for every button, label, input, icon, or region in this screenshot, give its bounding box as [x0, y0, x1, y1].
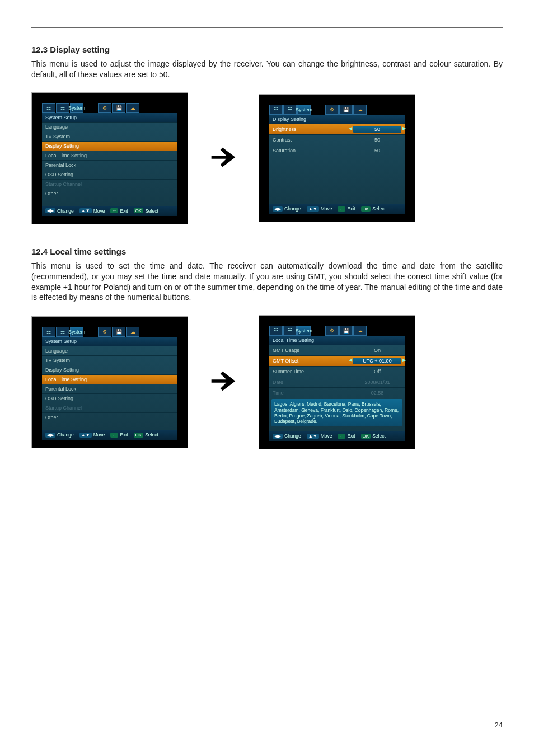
menu-item-parental-lock[interactable]: Parental Lock [42, 384, 177, 393]
tab-icon: ☷ [269, 105, 283, 115]
osd-title: System Setup [42, 337, 177, 346]
top-rule [31, 27, 503, 28]
tab-icon: 💾 [339, 105, 353, 115]
key-ok-icon: OK [361, 206, 371, 212]
osd-tab-row: ☷ ☵ System ⚙ 💾 ☁ [42, 327, 177, 337]
tab-icon: ☷ [42, 327, 55, 337]
menu-item-tv-system[interactable]: TV System [42, 132, 177, 141]
tab-icon: ☷ [269, 326, 283, 336]
tab-icon: ☵ [56, 327, 69, 337]
menu-item-startup-channel: Startup Channel [42, 403, 177, 412]
menu-item-local-time[interactable]: Local Time Setting [42, 151, 177, 160]
value-summer-time: Off [353, 368, 401, 375]
osd-footer: ◀▶Change ▲▼Move ←Exit OKSelect [42, 430, 177, 440]
tab-label: System [68, 105, 85, 111]
screenshot-system-setup-display: ☷ ☵ System ⚙ 💾 ☁ System Setup Language T… [31, 92, 188, 224]
menu-item-language[interactable]: Language [42, 122, 177, 132]
figure-row-time: ☷ ☵ System ⚙ 💾 ☁ System Setup Language T… [31, 315, 503, 449]
osd-title: Display Setting [269, 115, 405, 124]
tab-icon: ☵ [283, 105, 297, 115]
tab-icon: ⚙ [98, 103, 111, 113]
tab-icon: 💾 [112, 327, 125, 337]
key-exit-icon: ← [110, 433, 118, 438]
osd-tab-row: ☷ ☵ System ⚙ 💾 ☁ [42, 103, 177, 113]
menu-item-tv-system[interactable]: TV System [42, 355, 177, 365]
body-display-setting: This menu is used to adjust the image di… [31, 59, 503, 80]
setting-saturation[interactable]: Saturation 50 [269, 145, 405, 156]
osd-tab-row: ☷ ☵ System ⚙ 💾 ☁ [269, 326, 405, 336]
setting-contrast[interactable]: Contrast 50 [269, 134, 405, 145]
key-exit-icon: ← [110, 208, 118, 213]
key-exit-icon: ← [338, 206, 345, 212]
value-contrast: 50 [353, 137, 401, 143]
setting-gmt-usage[interactable]: GMT Usage On [269, 345, 405, 355]
menu-item-osd-setting[interactable]: OSD Setting [42, 170, 177, 179]
screenshot-system-setup-time: ☷ ☵ System ⚙ 💾 ☁ System Setup Language T… [31, 316, 188, 448]
value-date: 2008/01/01 [353, 379, 401, 386]
menu-item-startup-channel: Startup Channel [42, 179, 177, 189]
tab-system: System [297, 105, 311, 115]
key-ok-icon: OK [361, 434, 371, 439]
osd-footer: ◀▶Change ▲▼Move ←Exit OKSelect [269, 431, 405, 441]
key-ud-icon: ▲▼ [79, 208, 92, 213]
tab-icon: 💾 [339, 326, 353, 336]
tab-icon: ⚙ [325, 326, 339, 336]
menu-item-local-time[interactable]: Local Time Setting [42, 374, 177, 384]
tab-icon: ☷ [42, 103, 55, 113]
value-gmt-usage: On [353, 347, 401, 354]
osd-title: Local Time Setting [269, 336, 405, 345]
timezone-hint: Lagos, Algiers, Madrid, Barcelona, Paris… [271, 399, 402, 426]
tab-icon: 💾 [112, 103, 125, 113]
arrow-icon [198, 139, 249, 177]
tab-icon: ⚙ [325, 105, 339, 115]
osd-title: System Setup [42, 113, 177, 122]
tab-system: System [70, 327, 83, 337]
value-gmt-offset[interactable]: UTC + 01:00 [353, 358, 401, 364]
heading-local-time: 12.4 Local time settings [31, 247, 503, 256]
key-lr-icon: ◀▶ [45, 433, 55, 438]
menu-item-language[interactable]: Language [42, 346, 177, 355]
page-number: 24 [495, 721, 503, 729]
screenshot-local-time: ☷ ☵ System ⚙ 💾 ☁ Local Time Setting GMT … [259, 315, 415, 449]
setting-summer-time[interactable]: Summer Time Off [269, 366, 405, 377]
key-exit-icon: ← [338, 434, 345, 439]
menu-item-other[interactable]: Other [42, 412, 177, 422]
osd-footer: ◀▶Change ▲▼Move ←Exit OKSelect [269, 204, 405, 214]
tab-system: System [70, 103, 83, 113]
setting-gmt-offset[interactable]: GMT Offset UTC + 01:00 [269, 355, 405, 366]
tab-system: System [297, 326, 311, 336]
menu-item-other[interactable]: Other [42, 189, 177, 198]
tab-icon: ☵ [56, 103, 69, 113]
tab-icon: ☁ [126, 103, 139, 113]
menu-item-parental-lock[interactable]: Parental Lock [42, 160, 177, 170]
key-lr-icon: ◀▶ [273, 434, 283, 439]
tab-icon: ☁ [126, 327, 139, 337]
tab-icon: ☁ [353, 105, 367, 115]
menu-item-display-setting[interactable]: Display Setting [42, 365, 177, 374]
tab-icon: ☵ [283, 326, 297, 336]
tab-icon: ⚙ [98, 327, 111, 337]
tab-icon: ☁ [353, 326, 367, 336]
value-saturation: 50 [353, 147, 401, 154]
osd-tab-row: ☷ ☵ System ⚙ 💾 ☁ [269, 105, 405, 115]
heading-display-setting: 12.3 Display setting [31, 45, 503, 54]
value-time: 02:58 [353, 389, 401, 396]
figure-row-display: ☷ ☵ System ⚙ 💾 ☁ System Setup Language T… [31, 92, 503, 224]
key-ud-icon: ▲▼ [307, 434, 319, 439]
menu-item-osd-setting[interactable]: OSD Setting [42, 393, 177, 403]
key-ok-icon: OK [134, 208, 144, 213]
setting-date: Date 2008/01/01 [269, 377, 405, 387]
body-local-time: This menu is used to set the time and da… [31, 261, 503, 303]
key-ud-icon: ▲▼ [307, 206, 319, 212]
key-lr-icon: ◀▶ [45, 208, 55, 213]
setting-time: Time 02:58 [269, 387, 405, 398]
menu-item-display-setting[interactable]: Display Setting [42, 141, 177, 151]
osd-footer: ◀▶Change ▲▼Move ←Exit OKSelect [42, 206, 177, 216]
screenshot-display-setting: ☷ ☵ System ⚙ 💾 ☁ Display Setting Brightn… [259, 94, 415, 222]
key-ud-icon: ▲▼ [79, 433, 92, 438]
key-ok-icon: OK [134, 433, 144, 438]
key-lr-icon: ◀▶ [273, 206, 283, 212]
setting-brightness[interactable]: Brightness 50 [269, 124, 405, 134]
arrow-icon [198, 363, 249, 401]
value-brightness[interactable]: 50 [353, 126, 401, 133]
